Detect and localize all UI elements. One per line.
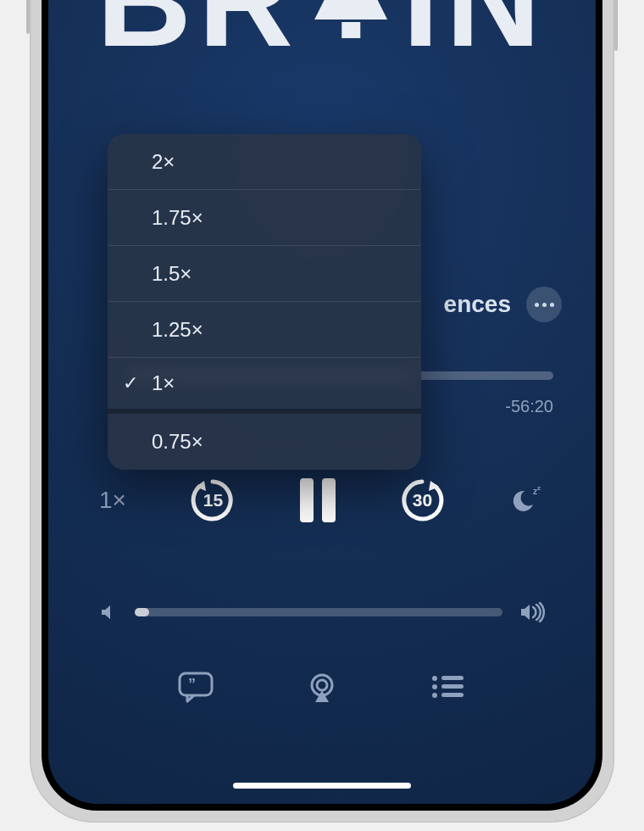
sleep-timer-icon: z z [509,482,545,518]
volume-row [99,602,545,622]
speed-option-selected[interactable]: ✓ 1× [108,358,421,414]
speed-option[interactable]: 1.5× [108,246,421,302]
transcript-icon: ” [177,671,214,703]
transcript-button[interactable]: ” [176,670,215,704]
speed-option-label: 2× [152,150,175,174]
playback-speed-button[interactable]: 1× [99,487,126,514]
svg-rect-2 [180,673,212,695]
sleep-timer-button[interactable]: z z [509,482,545,518]
queue-icon [430,672,467,701]
airplay-button[interactable] [303,670,341,704]
volume-fill [135,608,149,616]
svg-point-8 [432,684,437,689]
bottom-toolbar: ” [48,670,596,704]
speed-option-label: 1× [152,371,175,395]
svg-text:”: ” [188,676,196,693]
speed-option-label: 1.75× [152,206,203,230]
skip-forward-seconds: 30 [413,490,432,510]
svg-point-6 [432,676,437,681]
check-icon: ✓ [123,372,138,394]
more-button[interactable] [526,287,562,322]
queue-button[interactable] [429,670,468,704]
episode-title-fragment: ences [444,291,511,318]
speed-option[interactable]: 1.25× [108,302,421,358]
speed-option-label: 0.75× [152,430,203,454]
svg-rect-11 [441,693,464,697]
home-indicator[interactable] [233,783,411,789]
volume-high-icon [519,602,545,622]
phone-side-button [614,0,618,51]
speed-option-label: 1.5× [152,262,192,286]
episode-title-row: ences [444,287,562,322]
speed-option[interactable]: 0.75× [108,414,421,470]
skip-forward-button[interactable]: 30 [397,475,447,526]
svg-point-10 [432,693,437,698]
time-remaining: -56:20 [505,397,553,416]
transport-controls: 1× 15 30 [48,475,596,526]
skip-back-seconds: 15 [203,490,223,510]
phone-side-button [26,0,30,34]
volume-slider[interactable] [135,608,502,616]
svg-rect-9 [441,684,464,689]
pause-button[interactable] [300,478,336,522]
airplay-icon [303,670,341,704]
pause-icon [300,478,314,522]
artwork-title: BRIN [97,0,547,76]
speed-option[interactable]: 1.75× [108,190,421,246]
pause-icon [322,478,336,522]
speed-option[interactable]: 2× [108,134,421,190]
svg-text:z: z [537,484,541,492]
speed-option-label: 1.25× [152,318,203,342]
phone-bezel: BRIN ences -56:20 1× 15 [42,0,602,811]
volume-low-icon [99,603,118,622]
skip-back-button[interactable]: 15 [187,475,238,526]
playback-speed-menu: 2× 1.75× 1.5× 1.25× ✓ 1× 0.75× [108,134,421,470]
now-playing-screen: BRIN ences -56:20 1× 15 [48,0,596,804]
svg-rect-7 [441,676,464,680]
svg-point-4 [317,680,327,690]
phone-frame: BRIN ences -56:20 1× 15 [30,0,614,823]
